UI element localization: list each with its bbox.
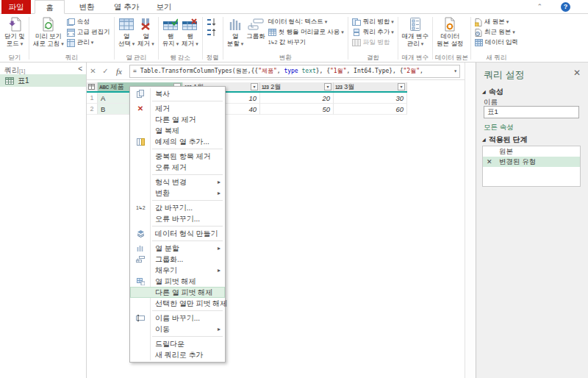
merge-queries-icon xyxy=(352,18,361,26)
formula-token: , xyxy=(420,68,423,74)
applied-steps-section-header[interactable]: ◢적용된 단계 xyxy=(482,135,527,145)
group-query: 미리 보기 새로 고침 속성 고급 편집기 관리 xyxy=(30,15,113,62)
menu-item-transform[interactable]: 변환 xyxy=(130,188,225,199)
group-by-button[interactable]: 그룹화 xyxy=(245,15,267,40)
data-source-settings-button[interactable]: 데이터 원본 설정 xyxy=(435,15,465,47)
collapse-ribbon-icon[interactable]: ⌃ xyxy=(537,3,542,10)
remove-rows-button[interactable]: 행 제거 xyxy=(180,15,200,47)
collapse-pane-icon[interactable]: < xyxy=(78,65,82,73)
delete-step-icon[interactable]: ✕ xyxy=(487,158,497,165)
help-icon[interactable]: ? xyxy=(561,2,570,12)
menu-item-remove-duplicates[interactable]: 중복된 항목 제거 xyxy=(130,151,225,162)
step-changed-type[interactable]: ✕ 변경된 유형 xyxy=(483,157,580,167)
select-all-cell[interactable] xyxy=(87,82,98,91)
group-reduce-rows: 행 유지 행 제거 행 감소 xyxy=(159,15,201,62)
column-header-feb[interactable]: 123 2월 ▾ xyxy=(260,82,334,91)
enter-data-button[interactable]: 데이터 입력 xyxy=(473,38,520,48)
group-label-query: 쿼리 xyxy=(32,53,112,62)
append-queries-button[interactable]: 쿼리 추가 xyxy=(351,27,395,38)
cell[interactable]: 30 xyxy=(334,93,407,104)
sort-ascending-button[interactable] xyxy=(205,17,220,27)
group-label-close: 닫기 xyxy=(3,53,26,62)
menu-item-add-column-from-examples[interactable]: 예제의 열 추가... xyxy=(130,136,225,147)
group-separator xyxy=(158,17,159,60)
text-type-icon: ABC xyxy=(99,85,109,90)
menu-item-duplicate-column[interactable]: 열 복제 xyxy=(130,125,225,136)
menu-item-split-column[interactable]: 열 분할 xyxy=(130,243,225,254)
menu-item-remove-errors[interactable]: 오류 제거 xyxy=(130,162,225,173)
menu-item-replace-values[interactable]: 1↳2 값 바꾸기... xyxy=(130,202,225,213)
combine-files-icon xyxy=(352,39,361,46)
combine-files-button[interactable]: 파일 병합 xyxy=(351,38,395,48)
sort-descending-button[interactable] xyxy=(205,27,220,38)
merge-queries-button[interactable]: 쿼리 병합 xyxy=(351,17,395,27)
properties-button[interactable]: 속성 xyxy=(65,17,112,27)
expand-formula-icon[interactable]: ▾ xyxy=(453,65,457,77)
split-column-icon xyxy=(133,243,148,254)
data-type-button[interactable]: 데이터 형식: 텍스트 xyxy=(267,17,345,27)
all-properties-link[interactable]: 모든 속성 xyxy=(484,123,514,132)
keep-rows-button[interactable]: 행 유지 xyxy=(161,15,181,47)
filter-dropdown-icon[interactable]: ▾ xyxy=(251,83,258,90)
recent-sources-button[interactable]: 최근 원본 xyxy=(473,27,520,38)
menu-item-remove[interactable]: ✕ 제거 xyxy=(130,103,225,114)
menu-item-unpivot-other-columns[interactable]: 다른 열 피벗 해제 xyxy=(130,287,225,298)
cell[interactable]: 50 xyxy=(260,104,334,115)
menu-item-remove-other-columns[interactable]: 다른 열 제거 xyxy=(130,114,225,125)
step-source[interactable]: 원본 xyxy=(483,146,580,157)
column-name: 제품 xyxy=(111,82,124,92)
formula-token: = Table.TransformColumnTypes(원본,{{ xyxy=(133,68,258,74)
cancel-formula-icon[interactable]: ✕ xyxy=(87,67,99,75)
enter-data-icon xyxy=(475,39,483,46)
menu-item-fill[interactable]: 채우기 xyxy=(130,265,225,276)
replace-values-button[interactable]: 1↳2 값 바꾸기 xyxy=(267,38,345,48)
menu-item-unpivot-only-selected[interactable]: 선택한 열만 피벗 해제 xyxy=(130,298,225,309)
menu-item-rename[interactable]: 이름 바꾸기... xyxy=(130,313,225,324)
menu-separator xyxy=(152,200,223,201)
manage-button[interactable]: 관리 xyxy=(65,38,112,48)
tab-file[interactable]: 파일 xyxy=(1,0,31,14)
menu-item-replace-errors[interactable]: 오류 바꾸기... xyxy=(130,213,225,224)
close-and-load-button[interactable]: 닫기 및 로드 xyxy=(3,15,26,47)
advanced-editor-icon xyxy=(67,29,75,37)
column-header-mar[interactable]: 123 3월 ▾ xyxy=(334,82,407,91)
cell[interactable]: 60 xyxy=(334,104,407,115)
tab-transform[interactable]: 변환 xyxy=(71,0,103,14)
menu-item-unpivot-columns[interactable]: 열 피벗 해제 xyxy=(130,276,225,287)
vertical-scrollbar[interactable] xyxy=(465,63,476,378)
replace-values-label: 값 바꾸기 xyxy=(279,38,306,47)
close-panel-icon[interactable]: ✕ xyxy=(573,68,581,78)
advanced-editor-button[interactable]: 고급 편집기 xyxy=(65,27,112,38)
filter-dropdown-icon[interactable]: ▾ xyxy=(398,83,405,90)
number-type-icon: 123 xyxy=(262,85,268,90)
choose-columns-button[interactable]: 열 선택 xyxy=(117,15,137,47)
formula-token: "1월" xyxy=(330,68,346,74)
refresh-preview-button[interactable]: 미리 보기 새로 고침 xyxy=(32,15,65,47)
manage-parameters-button[interactable]: 매개 변수 관리 xyxy=(401,15,430,47)
formula-token: }, { xyxy=(316,68,330,74)
menu-item-drill-down[interactable]: 드릴다운 xyxy=(130,338,225,349)
use-first-row-button[interactable]: 첫 행을 머리글로 사용 xyxy=(267,27,345,38)
split-column-button[interactable]: 열 분할 xyxy=(226,15,245,47)
filter-dropdown-icon[interactable]: ▾ xyxy=(324,83,331,90)
new-source-button[interactable]: 새 원본 xyxy=(473,17,520,27)
formula-input[interactable]: = Table.TransformColumnTypes(원본,{{"제품", … xyxy=(129,65,460,78)
query-name-input[interactable] xyxy=(484,106,579,118)
remove-columns-button[interactable]: 열 제거 xyxy=(136,15,156,47)
tab-home[interactable]: 홈 xyxy=(35,0,65,14)
menu-item-move[interactable]: 이동 xyxy=(130,324,225,335)
menu-item-group-by[interactable]: 그룹화... xyxy=(130,254,225,265)
menu-item-create-data-type[interactable]: 데이터 형식 만들기 xyxy=(130,228,225,239)
query-list-item-table1[interactable]: 표1 xyxy=(0,74,86,87)
tab-view[interactable]: 보기 xyxy=(150,0,178,14)
cell[interactable]: 20 xyxy=(260,93,334,104)
formula-token: , xyxy=(277,68,284,74)
commit-formula-icon[interactable]: ✓ xyxy=(99,67,112,75)
group-parameters: 매개 변수 관리 매개 변수 xyxy=(399,15,431,62)
tab-add-column[interactable]: 열 추가 xyxy=(109,0,144,14)
menu-item-copy[interactable]: 복사 xyxy=(130,88,225,99)
properties-section-header[interactable]: ◢속성 xyxy=(482,87,503,97)
menu-item-add-as-new-query[interactable]: 새 쿼리로 추가 xyxy=(130,349,225,360)
menu-item-change-type[interactable]: 형식 변경 xyxy=(130,176,225,188)
fx-icon[interactable]: fx xyxy=(112,67,126,76)
